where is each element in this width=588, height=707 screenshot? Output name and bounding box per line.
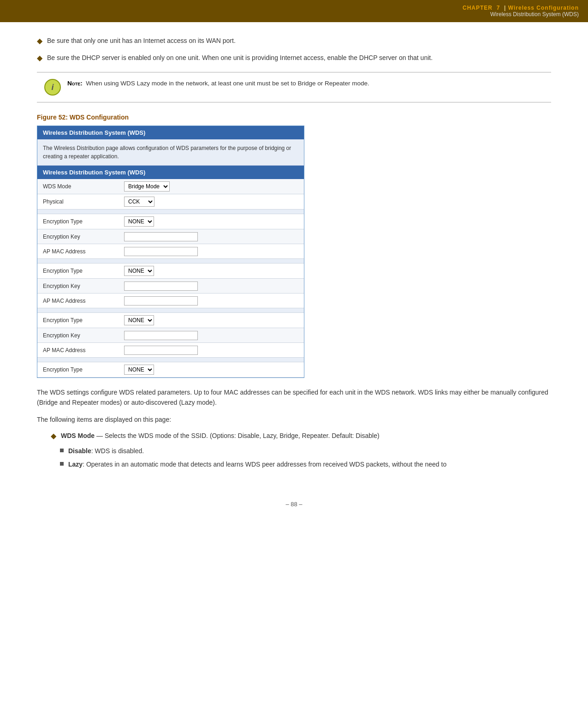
wds-row-enc-key-1: Encryption Key bbox=[37, 229, 304, 244]
wds-row-mac-2: AP MAC Address bbox=[37, 294, 304, 308]
note-label: Note: bbox=[67, 80, 83, 87]
wds-enc-type-select-2[interactable]: NONE WEP WPA bbox=[124, 266, 154, 276]
sq-bullet-disable: Disable: WDS is disabled. bbox=[60, 446, 551, 456]
wds-group-sep-4 bbox=[37, 358, 304, 362]
wds-control-enc-type-3: NONE WEP WPA bbox=[124, 315, 300, 325]
wds-section-header: Wireless Distribution System (WDS) bbox=[37, 166, 304, 179]
bullet-text-2: Be sure the DHCP server is enabled only … bbox=[47, 53, 433, 63]
wds-group-sep-2 bbox=[37, 259, 304, 264]
note-text: Note: When using WDS Lazy mode in the ne… bbox=[67, 79, 369, 88]
wds-label-mac-2: AP MAC Address bbox=[41, 298, 124, 304]
wds-label-mac-1: AP MAC Address bbox=[41, 248, 124, 255]
sub-bullet-wds-mode: ◆ WDS Mode — Selects the WDS mode of the… bbox=[51, 431, 551, 441]
wds-row-enc-key-2: Encryption Key bbox=[37, 279, 304, 294]
wds-label-physical: Physical bbox=[41, 198, 124, 205]
wds-control-mac-3 bbox=[124, 346, 300, 355]
page-number: – 88 – bbox=[285, 501, 302, 508]
bullet-item-2: ◆ Be sure the DHCP server is enabled onl… bbox=[37, 53, 551, 63]
page-header: CHAPTER 7 | Wireless Configuration Wirel… bbox=[0, 0, 588, 22]
wds-physical-select[interactable]: CCK OFDM bbox=[124, 197, 154, 207]
wds-panel-desc: The Wireless Distribution page allows co… bbox=[37, 139, 304, 166]
wds-row-mac-1: AP MAC Address bbox=[37, 244, 304, 259]
wds-row-enc-type-2: Encryption Type NONE WEP WPA bbox=[37, 264, 304, 279]
wds-label-mac-3: AP MAC Address bbox=[41, 347, 124, 354]
note-box: i Note: When using WDS Lazy mode in the … bbox=[37, 72, 551, 102]
sq-bullet-lazy: Lazy: Operates in an automatic mode that… bbox=[60, 460, 551, 469]
bullet-diamond-2: ◆ bbox=[37, 54, 42, 62]
sq-bullet-text-lazy: Lazy: Operates in an automatic mode that… bbox=[68, 460, 446, 469]
wds-label-enc-key-3: Encryption Key bbox=[41, 332, 124, 339]
body-para-1: The WDS settings configure WDS related p… bbox=[37, 387, 551, 408]
chapter-label: CHAPTER 7 | Wireless Configuration bbox=[463, 5, 579, 11]
wds-group-sep-3 bbox=[37, 308, 304, 313]
bullet-item-1: ◆ Be sure that only one unit has an Inte… bbox=[37, 36, 551, 46]
disable-desc: : WDS is disabled. bbox=[91, 447, 144, 455]
figure-title: Figure 52: WDS Configuration bbox=[37, 114, 551, 121]
wds-mode-label: WDS Mode bbox=[61, 432, 95, 439]
section-title: Wireless Configuration bbox=[508, 5, 579, 11]
wds-mac-input-2[interactable] bbox=[124, 296, 198, 306]
wds-control-enc-key-2 bbox=[124, 282, 300, 291]
wds-row-physical: Physical CCK OFDM bbox=[37, 194, 304, 210]
wds-enc-type-select-1[interactable]: NONE WEP WPA bbox=[124, 216, 154, 227]
wds-row-enc-type-1: Encryption Type NONE WEP WPA bbox=[37, 214, 304, 229]
wds-mode-select[interactable]: Bridge Mode Disable Lazy Repeater bbox=[124, 181, 170, 192]
wds-mac-input-1[interactable] bbox=[124, 247, 198, 256]
wds-label-mode: WDS Mode bbox=[41, 183, 124, 190]
wds-label-enc-type-4: Encryption Type bbox=[41, 366, 124, 373]
header-subsection: Wireless Distribution System (WDS) bbox=[463, 11, 579, 18]
sub-bullet-diamond-wds: ◆ bbox=[51, 431, 56, 440]
wds-enc-key-input-1[interactable] bbox=[124, 232, 198, 241]
wds-control-physical: CCK OFDM bbox=[124, 197, 300, 207]
header-right: CHAPTER 7 | Wireless Configuration Wirel… bbox=[463, 5, 579, 18]
wds-control-enc-type-4: NONE WEP WPA bbox=[124, 365, 300, 375]
sub-bullet-text-wds: WDS Mode — Selects the WDS mode of the S… bbox=[61, 431, 380, 441]
wds-control-enc-type-2: NONE WEP WPA bbox=[124, 266, 300, 276]
wds-row-enc-type-4: Encryption Type NONE WEP WPA bbox=[37, 362, 304, 377]
body-para-2: The following items are displayed on thi… bbox=[37, 414, 551, 425]
wds-panel-header: Wireless Distribution System (WDS) bbox=[37, 126, 304, 139]
wds-control-mode: Bridge Mode Disable Lazy Repeater bbox=[124, 181, 300, 192]
wds-control-mac-1 bbox=[124, 247, 300, 256]
wds-enc-type-select-4[interactable]: NONE WEP WPA bbox=[124, 365, 154, 375]
lazy-label: Lazy bbox=[68, 461, 83, 468]
disable-label: Disable bbox=[68, 447, 91, 455]
wds-mode-desc: — Selects the WDS mode of the SSID. (Opt… bbox=[96, 432, 380, 439]
wds-enc-key-input-3[interactable] bbox=[124, 331, 198, 340]
sq-bullet-text-disable: Disable: WDS is disabled. bbox=[68, 446, 144, 456]
chapter-num: 7 bbox=[497, 5, 500, 11]
wds-control-enc-type-1: NONE WEP WPA bbox=[124, 216, 300, 227]
wds-row-mac-3: AP MAC Address bbox=[37, 343, 304, 358]
wds-row-enc-type-3: Encryption Type NONE WEP WPA bbox=[37, 313, 304, 328]
wds-row-mode: WDS Mode Bridge Mode Disable Lazy Repeat… bbox=[37, 179, 304, 194]
bullet-text-1: Be sure that only one unit has an Intern… bbox=[47, 36, 236, 46]
wds-group-sep-1 bbox=[37, 210, 304, 214]
note-body: When using WDS Lazy mode in the network,… bbox=[86, 80, 369, 87]
wds-control-enc-key-3 bbox=[124, 331, 300, 340]
wds-label-enc-type-3: Encryption Type bbox=[41, 317, 124, 324]
bullet-diamond-1: ◆ bbox=[37, 36, 42, 45]
lazy-desc: : Operates in an automatic mode that det… bbox=[83, 461, 446, 468]
wds-mac-input-3[interactable] bbox=[124, 346, 198, 355]
wds-label-enc-type-1: Encryption Type bbox=[41, 218, 124, 225]
wds-enc-key-input-2[interactable] bbox=[124, 282, 198, 291]
chapter-word: CHAPTER bbox=[463, 5, 493, 11]
wds-enc-type-select-3[interactable]: NONE WEP WPA bbox=[124, 315, 154, 325]
wds-label-enc-key-2: Encryption Key bbox=[41, 283, 124, 289]
wds-control-enc-key-1 bbox=[124, 232, 300, 241]
main-content: ◆ Be sure that only one unit has an Inte… bbox=[0, 22, 588, 491]
sq-bullet-icon-disable bbox=[60, 449, 64, 452]
wds-control-mac-2 bbox=[124, 296, 300, 306]
wds-label-enc-key-1: Encryption Key bbox=[41, 234, 124, 240]
wds-panel: Wireless Distribution System (WDS) The W… bbox=[37, 126, 304, 378]
sq-bullet-icon-lazy bbox=[60, 462, 64, 466]
wds-label-enc-type-2: Encryption Type bbox=[41, 268, 124, 274]
note-icon: i bbox=[44, 79, 61, 96]
page-footer: – 88 – bbox=[0, 491, 588, 517]
wds-row-enc-key-3: Encryption Key bbox=[37, 328, 304, 343]
